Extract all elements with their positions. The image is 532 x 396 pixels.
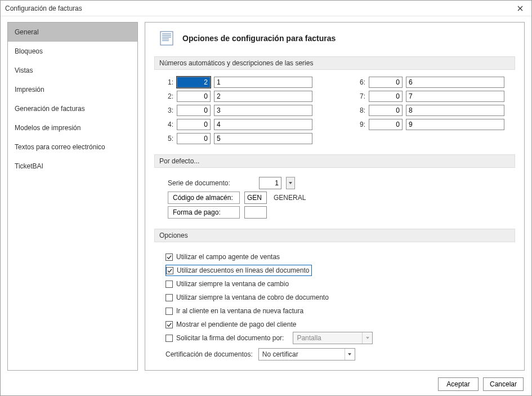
pago-button[interactable]: Forma de pago: bbox=[168, 206, 240, 219]
almacen-desc: GENERAL bbox=[271, 194, 306, 202]
cert-label: Certificación de documentos: bbox=[166, 350, 253, 358]
checkbox-icon[interactable] bbox=[166, 294, 173, 301]
series-num-1[interactable] bbox=[177, 77, 211, 88]
page-title: Opciones de configuración para facturas bbox=[182, 34, 336, 43]
close-icon[interactable] bbox=[513, 2, 527, 15]
checkbox-icon[interactable] bbox=[166, 321, 173, 328]
opt-agente[interactable]: Utilizar el campo agente de ventas bbox=[166, 251, 511, 262]
opt-mostrar-pendiente[interactable]: Mostrar el pendiente de pago del cliente bbox=[166, 319, 511, 330]
sidebar-item-vistas[interactable]: Vistas bbox=[8, 61, 137, 80]
almacen-button[interactable]: Código de almacén: bbox=[168, 192, 240, 204]
checkbox-icon[interactable] bbox=[166, 253, 173, 261]
defaults-panel: Serie de documento: Código de almacén: G… bbox=[154, 173, 515, 229]
cert-select-value: No certificar bbox=[259, 350, 355, 358]
series-num-3[interactable] bbox=[177, 105, 211, 116]
sidebar-item-ticketbai[interactable]: TicketBAI bbox=[8, 157, 137, 176]
series-desc-4[interactable] bbox=[214, 119, 312, 130]
def-row-pago: Forma de pago: bbox=[168, 206, 511, 219]
opt-label: Solicitar la firma del documento por: bbox=[176, 334, 284, 342]
cancel-button[interactable]: Cancelar bbox=[483, 377, 524, 391]
sidebar-item-modelos[interactable]: Modelos de impresión bbox=[8, 118, 137, 137]
series-desc-7[interactable] bbox=[406, 91, 504, 102]
sidebar-item-impresion[interactable]: Impresión bbox=[8, 80, 137, 99]
chevron-down-icon bbox=[362, 332, 372, 344]
opt-label: Utilizar siempre la ventana de cobro de … bbox=[176, 293, 329, 301]
series-row-4: 4: bbox=[166, 119, 312, 130]
series-label: 9: bbox=[357, 121, 365, 128]
section-defaults-title: Por defecto... bbox=[154, 154, 515, 168]
chevron-down-icon[interactable] bbox=[345, 349, 355, 360]
opt-ventana-cambio[interactable]: Utilizar siempre la ventana de cambio bbox=[166, 278, 511, 290]
series-desc-8[interactable] bbox=[406, 105, 504, 116]
series-label: 2: bbox=[166, 92, 173, 100]
series-label: 6: bbox=[357, 78, 365, 86]
section-series-title: Números automáticos y descripciones de l… bbox=[154, 56, 515, 70]
series-label: 7: bbox=[357, 92, 365, 100]
series-num-2[interactable] bbox=[177, 91, 211, 102]
series-num-5[interactable] bbox=[177, 133, 211, 144]
series-row-8: 8: bbox=[357, 105, 504, 116]
series-row-2: 2: bbox=[166, 91, 312, 102]
checkbox-icon[interactable] bbox=[166, 308, 173, 315]
series-grid: 1: 2: 3: 4: bbox=[154, 75, 515, 154]
sidebar: General Bloqueos Vistas Impresión Genera… bbox=[7, 22, 138, 371]
sidebar-item-textos[interactable]: Textos para correo electrónico bbox=[8, 137, 137, 157]
opt-solicitar-firma[interactable]: Solicitar la firma del documento por: Pa… bbox=[166, 332, 511, 344]
series-num-8[interactable] bbox=[369, 105, 403, 116]
sidebar-item-bloqueos[interactable]: Bloqueos bbox=[8, 42, 137, 61]
almacen-code-input[interactable] bbox=[244, 192, 267, 204]
series-desc-5[interactable] bbox=[214, 133, 312, 144]
def-row-almacen: Código de almacén: GENERAL bbox=[168, 192, 511, 204]
pago-code-input[interactable] bbox=[244, 206, 267, 219]
series-col-right: 6: 7: 8: 9: bbox=[357, 77, 504, 144]
series-row-1: 1: bbox=[166, 77, 312, 88]
series-num-9[interactable] bbox=[369, 119, 403, 130]
serie-input[interactable] bbox=[259, 177, 281, 189]
series-row-6: 6: bbox=[357, 77, 504, 88]
series-num-4[interactable] bbox=[177, 119, 211, 130]
opt-label: Utilizar descuentos en líneas del docume… bbox=[177, 266, 309, 274]
series-desc-6[interactable] bbox=[406, 77, 504, 88]
titlebar: Configuración de facturas bbox=[1, 1, 531, 16]
series-col-left: 1: 2: 3: 4: bbox=[166, 77, 312, 144]
checkbox-icon[interactable] bbox=[166, 335, 173, 342]
invoice-icon bbox=[159, 30, 175, 46]
series-num-7[interactable] bbox=[369, 91, 403, 102]
series-desc-2[interactable] bbox=[214, 91, 312, 102]
content-header: Opciones de configuración para facturas bbox=[154, 30, 515, 46]
cert-row: Certificación de documentos: No certific… bbox=[166, 348, 511, 361]
opt-label: Ir al cliente en la ventana de nueva fac… bbox=[176, 307, 303, 315]
series-row-7: 7: bbox=[357, 91, 504, 102]
series-label: 8: bbox=[357, 106, 365, 114]
content-panel: Opciones de configuración para facturas … bbox=[145, 22, 525, 371]
opt-label: Utilizar siempre la ventana de cambio bbox=[176, 280, 289, 288]
sidebar-item-general[interactable]: General bbox=[8, 23, 137, 42]
body: General Bloqueos Vistas Impresión Genera… bbox=[1, 16, 531, 373]
serie-dropdown[interactable] bbox=[286, 177, 295, 189]
sidebar-item-generacion[interactable]: Generación de facturas bbox=[8, 99, 137, 118]
series-row-9: 9: bbox=[357, 119, 504, 130]
firma-select: Pantalla bbox=[293, 332, 373, 344]
series-label: 3: bbox=[166, 106, 173, 114]
checkbox-icon[interactable] bbox=[166, 267, 173, 274]
firma-select-value: Pantalla bbox=[293, 334, 372, 342]
series-num-6[interactable] bbox=[369, 77, 403, 88]
opt-ventana-cobro[interactable]: Utilizar siempre la ventana de cobro de … bbox=[166, 292, 511, 303]
series-row-5: 5: bbox=[166, 133, 312, 144]
footer: Aceptar Cancelar bbox=[1, 373, 531, 395]
opt-label: Mostrar el pendiente de pago del cliente bbox=[176, 321, 296, 328]
opt-descuentos[interactable]: Utilizar descuentos en líneas del docume… bbox=[166, 265, 312, 276]
checkbox-icon[interactable] bbox=[166, 281, 173, 288]
series-row-3: 3: bbox=[166, 105, 312, 116]
series-label: 4: bbox=[166, 121, 173, 128]
series-desc-1[interactable] bbox=[214, 77, 312, 88]
opt-ir-cliente[interactable]: Ir al cliente en la ventana de nueva fac… bbox=[166, 305, 511, 317]
ok-button[interactable]: Aceptar bbox=[438, 377, 479, 391]
serie-label: Serie de documento: bbox=[168, 179, 254, 187]
series-desc-3[interactable] bbox=[214, 105, 312, 116]
window-title: Configuración de facturas bbox=[5, 5, 513, 12]
opt-label: Utilizar el campo agente de ventas bbox=[176, 253, 280, 261]
series-desc-9[interactable] bbox=[406, 119, 504, 130]
series-label: 1: bbox=[166, 78, 173, 86]
cert-select[interactable]: No certificar bbox=[258, 348, 355, 361]
